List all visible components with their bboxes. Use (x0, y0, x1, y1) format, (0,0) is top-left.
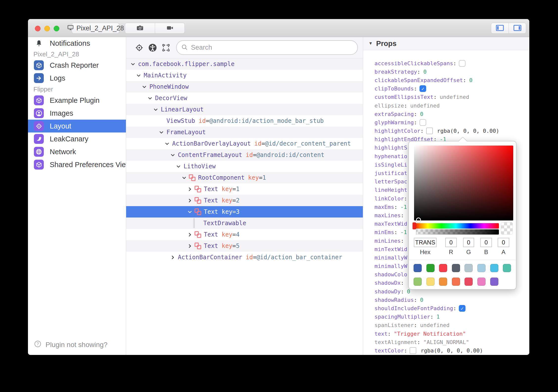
hex-input[interactable] (414, 238, 437, 247)
tree-attr-value: 1 (262, 174, 266, 181)
green-input[interactable] (463, 238, 474, 247)
tree-row[interactable]: Text key=1 (126, 183, 363, 195)
chevron-down-icon[interactable] (186, 209, 193, 215)
accessibility-icon[interactable] (146, 41, 159, 54)
hue-slider[interactable] (413, 223, 499, 229)
color-swatch[interactable] (410, 347, 416, 354)
preset-color-swatch[interactable] (426, 278, 435, 286)
chevron-right-icon[interactable] (186, 186, 193, 192)
prop-key: textAlignment (374, 339, 417, 345)
plugin-not-showing-link[interactable]: ? Plugin not showing? (34, 340, 108, 349)
sidebar-item-crash-reporter[interactable]: Crash Reporter (28, 59, 126, 72)
tree-attr-equals: = (232, 231, 236, 238)
chevron-down-icon[interactable] (141, 84, 147, 90)
alpha-handle[interactable] (413, 229, 416, 235)
toggle-right-panel-button[interactable] (509, 23, 526, 33)
chevron-down-icon[interactable] (135, 72, 142, 79)
tree-row[interactable]: DecorView (126, 92, 363, 104)
chevron-right-icon[interactable] (186, 243, 193, 249)
preset-color-swatch[interactable] (490, 264, 498, 272)
tree-row[interactable]: Text key=5 (126, 240, 363, 252)
preset-color-swatch[interactable] (414, 278, 422, 286)
sidebar-item-example-plugin[interactable]: Example Plugin (28, 94, 126, 107)
tree-row[interactable]: Text key=3 (126, 206, 363, 218)
prop-value-number: 0 (469, 77, 472, 83)
search-input[interactable] (191, 44, 344, 51)
tree-row[interactable]: RootComponent key=1 (126, 172, 363, 183)
target-crosshair-icon[interactable] (133, 41, 146, 54)
chevron-down-icon[interactable] (181, 174, 187, 181)
preset-color-swatch[interactable] (477, 278, 486, 286)
checkbox-checked[interactable]: ✓ (459, 305, 465, 312)
preset-color-swatch[interactable] (452, 278, 460, 286)
tree-row[interactable]: PhoneWindow (126, 81, 363, 92)
checkbox-unchecked[interactable] (419, 119, 426, 126)
chevron-down-icon[interactable] (175, 163, 182, 170)
tree-row[interactable]: ContentFrameLayout id=@android:id/conten… (126, 149, 363, 161)
litho-component-icon (194, 186, 201, 193)
tree-row[interactable]: FrameLayout (126, 127, 363, 138)
sidebar-item-logs[interactable]: Logs (28, 72, 126, 85)
zoom-button[interactable] (54, 26, 59, 31)
chevron-right-icon[interactable] (186, 231, 193, 238)
tree-row[interactable]: LithoView (126, 161, 363, 172)
preset-color-swatch[interactable] (477, 264, 486, 272)
preset-color-swatch[interactable] (490, 278, 498, 286)
panel-left-icon (496, 25, 504, 32)
screen-record-button[interactable] (155, 23, 185, 33)
preset-color-swatch[interactable] (465, 278, 473, 286)
preset-color-swatch[interactable] (439, 264, 447, 272)
tree-row[interactable]: Text key=4 (126, 229, 363, 240)
sidebar-item-layout[interactable]: Layout (28, 120, 126, 132)
chevron-right-icon[interactable] (169, 254, 176, 261)
hue-handle[interactable] (413, 222, 416, 229)
alpha-slider[interactable] (413, 229, 499, 235)
prop-value-muted: undefined (410, 103, 440, 109)
device-selector-button[interactable]: Pixel_2_API_28 (72, 23, 119, 34)
blue-input[interactable] (480, 238, 492, 247)
prop-key: shouldIncludeFontPadding (374, 305, 453, 311)
preset-color-swatch[interactable] (465, 264, 473, 272)
preset-color-swatch[interactable] (439, 278, 447, 286)
tree-row[interactable]: LinearLayout (126, 104, 363, 115)
chevron-right-icon[interactable] (186, 197, 193, 204)
saturation-handle[interactable] (416, 218, 421, 222)
tree-row[interactable]: ViewStub id=@android:id/action_mode_bar_… (126, 115, 363, 127)
toggle-left-panel-button[interactable] (491, 23, 509, 33)
sidebar-item-leakcanary[interactable]: LeakCanary (28, 132, 126, 145)
checkbox-checked[interactable]: ✓ (419, 85, 426, 92)
minimize-button[interactable] (44, 26, 50, 31)
sidebar-item-images[interactable]: Images (28, 107, 126, 120)
props-header[interactable]: ▼ Props (363, 37, 529, 50)
expand-selection-icon[interactable] (159, 41, 173, 54)
chevron-down-icon[interactable] (147, 95, 153, 101)
tree-node-name: ContentFrameLayout (178, 152, 242, 158)
sidebar-item-shared-preferences-viewe[interactable]: Shared Preferences Viewe (28, 158, 126, 171)
chevron-down-icon[interactable] (152, 106, 159, 113)
close-button[interactable] (35, 26, 41, 31)
tree-row[interactable]: TextDrawable (126, 218, 363, 229)
chevron-down-icon[interactable] (130, 61, 136, 67)
checkbox-unchecked[interactable] (459, 60, 465, 67)
tree-row[interactable]: MainActivity (126, 70, 363, 81)
chevron-down-icon[interactable] (158, 129, 164, 135)
preset-color-swatch[interactable] (503, 264, 511, 272)
tree-row[interactable]: Text key=2 (126, 195, 363, 206)
chevron-down-icon[interactable] (169, 152, 176, 158)
tree-row[interactable]: com.facebook.flipper.sample (126, 58, 363, 70)
red-input[interactable] (445, 238, 457, 247)
preset-color-swatch[interactable] (426, 264, 435, 272)
sidebar-item-notifications[interactable]: Notifications (28, 37, 126, 49)
prop-key: minimallyW (374, 255, 407, 261)
sidebar-item-network[interactable]: Network (28, 145, 126, 158)
chevron-down-icon[interactable] (164, 140, 170, 147)
screenshot-button[interactable] (125, 23, 155, 33)
tree-row[interactable]: ActionBarContainer id=@id/action_bar_con… (126, 252, 363, 263)
preset-color-swatch[interactable] (452, 264, 460, 272)
prop-key: minEms (374, 229, 394, 235)
preset-color-swatch[interactable] (414, 264, 422, 272)
saturation-gradient[interactable] (414, 146, 513, 220)
alpha-input[interactable] (498, 238, 509, 247)
color-swatch[interactable] (426, 128, 433, 134)
tree-row[interactable]: ActionBarOverlayLayout id=@id/decor_cont… (126, 138, 363, 149)
